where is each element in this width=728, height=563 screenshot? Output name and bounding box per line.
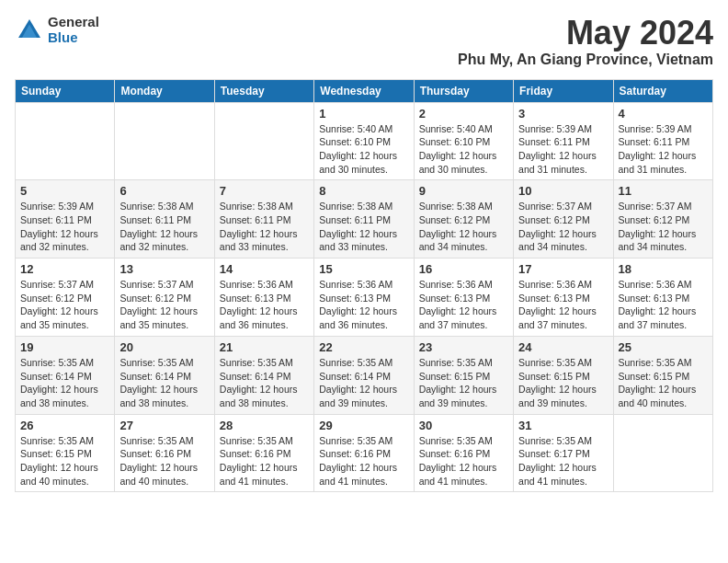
day-info: Sunrise: 5:35 AM Sunset: 6:14 PM Dayligh… xyxy=(20,356,109,410)
day-info: Sunrise: 5:38 AM Sunset: 6:12 PM Dayligh… xyxy=(419,200,508,254)
calendar-cell: 29Sunrise: 5:35 AM Sunset: 6:16 PM Dayli… xyxy=(314,414,414,492)
day-number: 8 xyxy=(319,184,408,198)
calendar-cell: 8Sunrise: 5:38 AM Sunset: 6:11 PM Daylig… xyxy=(314,180,414,259)
day-info: Sunrise: 5:35 AM Sunset: 6:16 PM Dayligh… xyxy=(319,434,408,488)
weekday-header-sunday: Sunday xyxy=(16,79,115,102)
day-info: Sunrise: 5:39 AM Sunset: 6:11 PM Dayligh… xyxy=(518,122,608,177)
day-number: 13 xyxy=(119,262,209,276)
logo-blue-text: Blue xyxy=(48,30,99,46)
day-info: Sunrise: 5:35 AM Sunset: 6:16 PM Dayligh… xyxy=(220,434,309,488)
calendar-cell: 11Sunrise: 5:37 AM Sunset: 6:12 PM Dayli… xyxy=(613,180,712,259)
day-number: 24 xyxy=(518,340,608,354)
day-info: Sunrise: 5:36 AM Sunset: 6:13 PM Dayligh… xyxy=(419,278,508,332)
day-number: 4 xyxy=(619,107,708,121)
calendar-cell: 9Sunrise: 5:38 AM Sunset: 6:12 PM Daylig… xyxy=(414,180,513,259)
calendar-cell: 25Sunrise: 5:35 AM Sunset: 6:15 PM Dayli… xyxy=(613,336,712,414)
day-number: 17 xyxy=(518,262,608,276)
day-number: 5 xyxy=(20,184,109,198)
day-number: 28 xyxy=(220,419,309,432)
calendar-cell: 2Sunrise: 5:40 AM Sunset: 6:10 PM Daylig… xyxy=(414,102,513,180)
day-info: Sunrise: 5:37 AM Sunset: 6:12 PM Dayligh… xyxy=(518,200,608,254)
calendar-cell: 14Sunrise: 5:36 AM Sunset: 6:13 PM Dayli… xyxy=(214,259,313,337)
logo-icon xyxy=(15,16,44,45)
day-info: Sunrise: 5:35 AM Sunset: 6:15 PM Dayligh… xyxy=(619,356,708,410)
day-info: Sunrise: 5:35 AM Sunset: 6:17 PM Dayligh… xyxy=(518,434,608,488)
day-number: 29 xyxy=(319,419,408,432)
calendar-cell: 10Sunrise: 5:37 AM Sunset: 6:12 PM Dayli… xyxy=(514,180,613,259)
calendar-cell: 21Sunrise: 5:35 AM Sunset: 6:14 PM Dayli… xyxy=(214,336,313,414)
calendar-cell: 19Sunrise: 5:35 AM Sunset: 6:14 PM Dayli… xyxy=(16,336,115,414)
calendar-cell xyxy=(16,102,115,180)
day-info: Sunrise: 5:40 AM Sunset: 6:10 PM Dayligh… xyxy=(419,122,508,177)
day-info: Sunrise: 5:37 AM Sunset: 6:12 PM Dayligh… xyxy=(619,200,708,254)
day-number: 16 xyxy=(419,262,508,276)
calendar-cell: 31Sunrise: 5:35 AM Sunset: 6:17 PM Dayli… xyxy=(514,414,613,492)
calendar-cell: 28Sunrise: 5:35 AM Sunset: 6:16 PM Dayli… xyxy=(214,414,313,492)
day-number: 15 xyxy=(319,262,408,276)
day-number: 20 xyxy=(119,340,209,354)
calendar-cell: 4Sunrise: 5:39 AM Sunset: 6:11 PM Daylig… xyxy=(613,102,712,180)
calendar-cell: 22Sunrise: 5:35 AM Sunset: 6:14 PM Dayli… xyxy=(314,336,414,414)
calendar-cell xyxy=(214,102,313,180)
weekday-header-friday: Friday xyxy=(514,79,613,102)
calendar-cell: 30Sunrise: 5:35 AM Sunset: 6:16 PM Dayli… xyxy=(414,414,513,492)
calendar-cell: 3Sunrise: 5:39 AM Sunset: 6:11 PM Daylig… xyxy=(514,102,613,180)
day-info: Sunrise: 5:35 AM Sunset: 6:14 PM Dayligh… xyxy=(220,356,309,410)
day-number: 10 xyxy=(518,184,608,198)
logo: General Blue xyxy=(15,15,99,45)
day-number: 27 xyxy=(119,419,209,432)
weekday-header-saturday: Saturday xyxy=(613,79,712,102)
calendar-cell: 16Sunrise: 5:36 AM Sunset: 6:13 PM Dayli… xyxy=(414,259,513,337)
calendar-cell: 26Sunrise: 5:35 AM Sunset: 6:15 PM Dayli… xyxy=(16,414,115,492)
day-info: Sunrise: 5:36 AM Sunset: 6:13 PM Dayligh… xyxy=(518,278,608,332)
day-number: 7 xyxy=(220,184,309,198)
calendar-cell: 18Sunrise: 5:36 AM Sunset: 6:13 PM Dayli… xyxy=(613,259,712,337)
day-number: 26 xyxy=(20,419,109,432)
day-info: Sunrise: 5:38 AM Sunset: 6:11 PM Dayligh… xyxy=(319,200,408,254)
day-info: Sunrise: 5:37 AM Sunset: 6:12 PM Dayligh… xyxy=(20,278,109,332)
day-number: 6 xyxy=(119,184,209,198)
day-number: 12 xyxy=(20,262,109,276)
calendar-cell: 15Sunrise: 5:36 AM Sunset: 6:13 PM Dayli… xyxy=(314,259,414,337)
calendar-cell: 5Sunrise: 5:39 AM Sunset: 6:11 PM Daylig… xyxy=(16,180,115,259)
day-info: Sunrise: 5:35 AM Sunset: 6:16 PM Dayligh… xyxy=(119,434,209,488)
day-number: 25 xyxy=(619,340,708,354)
calendar-cell: 7Sunrise: 5:38 AM Sunset: 6:11 PM Daylig… xyxy=(214,180,313,259)
calendar-cell: 24Sunrise: 5:35 AM Sunset: 6:15 PM Dayli… xyxy=(514,336,613,414)
day-info: Sunrise: 5:38 AM Sunset: 6:11 PM Dayligh… xyxy=(220,200,309,254)
calendar-cell: 23Sunrise: 5:35 AM Sunset: 6:15 PM Dayli… xyxy=(414,336,513,414)
week-row-4: 26Sunrise: 5:35 AM Sunset: 6:15 PM Dayli… xyxy=(16,414,713,492)
week-row-2: 12Sunrise: 5:37 AM Sunset: 6:12 PM Dayli… xyxy=(16,259,713,337)
day-info: Sunrise: 5:35 AM Sunset: 6:15 PM Dayligh… xyxy=(20,434,109,488)
day-number: 22 xyxy=(319,340,408,354)
month-title: May 2024 xyxy=(458,15,713,52)
day-info: Sunrise: 5:35 AM Sunset: 6:14 PM Dayligh… xyxy=(119,356,209,410)
calendar-table: SundayMondayTuesdayWednesdayThursdayFrid… xyxy=(15,79,713,493)
day-number: 19 xyxy=(20,340,109,354)
day-info: Sunrise: 5:36 AM Sunset: 6:13 PM Dayligh… xyxy=(319,278,408,332)
day-info: Sunrise: 5:35 AM Sunset: 6:15 PM Dayligh… xyxy=(419,356,508,410)
page-header: General Blue May 2024 Phu My, An Giang P… xyxy=(15,15,713,68)
week-row-3: 19Sunrise: 5:35 AM Sunset: 6:14 PM Dayli… xyxy=(16,336,713,414)
day-info: Sunrise: 5:36 AM Sunset: 6:13 PM Dayligh… xyxy=(220,278,309,332)
day-info: Sunrise: 5:35 AM Sunset: 6:16 PM Dayligh… xyxy=(419,434,508,488)
day-number: 2 xyxy=(419,107,508,121)
day-info: Sunrise: 5:39 AM Sunset: 6:11 PM Dayligh… xyxy=(619,122,708,177)
week-row-0: 1Sunrise: 5:40 AM Sunset: 6:10 PM Daylig… xyxy=(16,102,713,180)
calendar-cell: 6Sunrise: 5:38 AM Sunset: 6:11 PM Daylig… xyxy=(115,180,214,259)
weekday-header-thursday: Thursday xyxy=(414,79,513,102)
calendar-cell xyxy=(115,102,214,180)
weekday-header-wednesday: Wednesday xyxy=(314,79,414,102)
day-number: 3 xyxy=(518,107,608,121)
day-number: 31 xyxy=(518,419,608,432)
day-number: 9 xyxy=(419,184,508,198)
day-number: 11 xyxy=(619,184,708,198)
day-number: 23 xyxy=(419,340,508,354)
calendar-cell: 13Sunrise: 5:37 AM Sunset: 6:12 PM Dayli… xyxy=(115,259,214,337)
day-info: Sunrise: 5:39 AM Sunset: 6:11 PM Dayligh… xyxy=(20,200,109,254)
calendar-cell: 17Sunrise: 5:36 AM Sunset: 6:13 PM Dayli… xyxy=(514,259,613,337)
day-info: Sunrise: 5:35 AM Sunset: 6:14 PM Dayligh… xyxy=(319,356,408,410)
day-number: 21 xyxy=(220,340,309,354)
location-title: Phu My, An Giang Province, Vietnam xyxy=(458,52,713,68)
day-info: Sunrise: 5:35 AM Sunset: 6:15 PM Dayligh… xyxy=(518,356,608,410)
